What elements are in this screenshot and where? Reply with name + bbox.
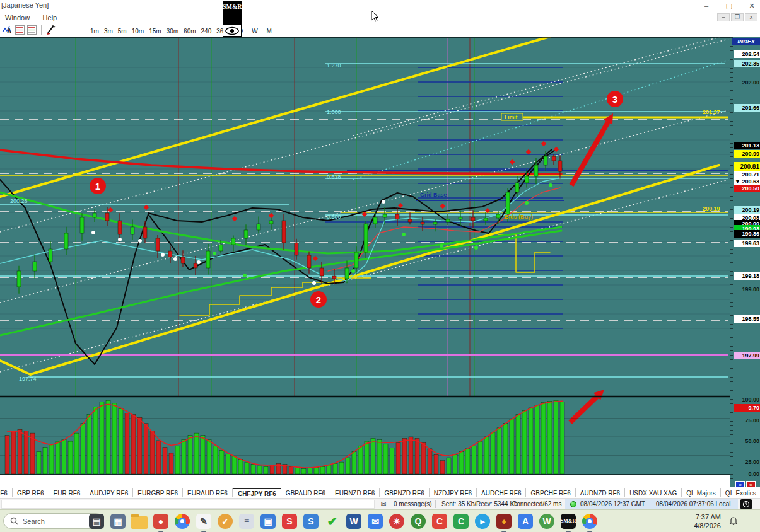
quote-list-icon[interactable] (15, 25, 25, 35)
clock-date: 4/8/2026 (694, 521, 721, 530)
tab-audchf-rf6[interactable]: AUDCHF RF6 (477, 488, 526, 497)
calculator-icon[interactable]: ▦ (107, 512, 129, 530)
tab-ql-majors[interactable]: QL-Majors (682, 488, 721, 497)
telegram-icon[interactable]: ▸ (472, 512, 493, 530)
timeframe-button-240[interactable]: 240 (199, 26, 214, 36)
child-close-icon[interactable]: x (745, 13, 757, 21)
period-button-W[interactable]: W (247, 26, 262, 36)
tab-ql-exotics[interactable]: QL-Exotics (721, 488, 760, 497)
timeframe-button-10m[interactable]: 10m (129, 26, 146, 36)
clickup-red-icon[interactable]: C (429, 512, 450, 530)
timeframe-button-3m[interactable]: 3m (102, 26, 115, 36)
tab-gbpaud-rf6[interactable]: GBPAUD RF6 (281, 488, 330, 497)
notepad-icon[interactable]: ≡ (236, 512, 257, 530)
status-connection: Connected/62 ms (512, 500, 561, 509)
draw-pen-icon[interactable] (46, 25, 57, 35)
main-chart-canvas[interactable]: 1.2701.0000.6180.500Grid BaseBids (Buy)2… (0, 37, 730, 475)
search-icon (10, 517, 18, 525)
folder-icon[interactable] (129, 512, 150, 530)
price-label: 201.66 (734, 104, 760, 112)
tab-chfjpy-rf6[interactable]: CHFJPY RF6 (233, 488, 281, 497)
timeframe-button-60m[interactable]: 60m (181, 26, 198, 36)
mail-icon[interactable]: ✉ (365, 512, 386, 530)
price-label: 199.18 (734, 272, 760, 280)
menu-window[interactable]: Window (0, 12, 35, 21)
chrome-icon[interactable] (172, 512, 193, 530)
close-icon[interactable]: ✕ (747, 2, 756, 10)
smr-icon[interactable]: SM&R (558, 512, 579, 530)
chrome-icon-2[interactable] (579, 512, 600, 530)
taskbar-clock[interactable]: 7:37 AM 4/8/2026 (694, 512, 721, 530)
price-label: 200.50 (734, 185, 760, 192)
alarm-clock-icon[interactable] (740, 499, 752, 509)
price-label: 199.63 (734, 240, 760, 247)
word-icon[interactable]: W (343, 512, 365, 530)
tab-gbp-rf6[interactable]: GBP RF6 (13, 488, 49, 497)
price-label: 200.19 (734, 206, 760, 214)
skype-icon[interactable]: S (300, 512, 322, 530)
chart-tool-icon[interactable]: ✎ (193, 512, 214, 530)
svg-text:0.500: 0.500 (327, 214, 341, 220)
svg-text:0.618: 0.618 (327, 174, 341, 180)
svg-text:197.74: 197.74 (19, 376, 37, 382)
price-label: 201.13 (734, 142, 760, 149)
tab-euraud-rf6[interactable]: EURAUD RF6 (183, 488, 233, 497)
tab-gbpchf-rf6[interactable]: GBPCHF RF6 (526, 488, 575, 497)
minimize-icon[interactable]: – (702, 2, 711, 9)
svg-text:2: 2 (316, 294, 321, 305)
eye-icon[interactable] (223, 25, 242, 37)
window-title: [Japanese Yen] (1, 1, 49, 9)
tab-eur-rf6[interactable]: EUR RF6 (49, 488, 86, 497)
green-check-icon[interactable]: ✔ (322, 512, 343, 530)
file-explorer-icon[interactable]: ▤ (86, 512, 107, 530)
smr-logo-text: SM&R (223, 1, 242, 25)
toolbar: A 1m3m5m10m15m30m60m24 (0, 23, 760, 37)
svg-text:3: 3 (612, 94, 617, 105)
status-bar: ✉ 0 message(s) Sent: 35 Kb/Recv: 5344 Kb… (0, 498, 760, 509)
tab-eurnzd-rf6[interactable]: EURNZD RF6 (330, 488, 380, 497)
tab-rf6[interactable]: RF6 (0, 488, 13, 497)
maximize-icon[interactable]: ▢ (725, 2, 734, 10)
shield-icon[interactable]: ✓ (214, 512, 236, 530)
timeframe-button-15m[interactable]: 15m (146, 26, 163, 36)
svg-text:1: 1 (95, 181, 100, 192)
photos-icon[interactable]: ▣ (257, 512, 279, 530)
instrument-tabs: RF6GBP RF6EUR RF6AUDJPY RF6EURGBP RF6EUR… (0, 487, 760, 498)
tab-usdx-xau-xag[interactable]: USDX XAU XAG (625, 488, 682, 497)
timeframe-button-5m[interactable]: 5m (115, 26, 129, 36)
connection-status-icon (570, 501, 576, 507)
chart-style-icon[interactable]: A (2, 25, 13, 35)
notification-bell-icon[interactable] (728, 516, 739, 529)
chart-area[interactable]: 1.2701.0000.6180.500Grid BaseBids (Buy)2… (0, 37, 730, 475)
quickbooks-icon[interactable]: Q (407, 512, 429, 530)
contacts-icon[interactable]: ● (150, 512, 172, 530)
signal-markers-layer (91, 141, 559, 285)
status-local-time: 08/04/2026 07:37:06 Local (656, 500, 730, 509)
price-scale[interactable]: INDEX « » 202.54202.35202.00201.66201.13… (730, 37, 760, 487)
svg-text:201.37: 201.37 (703, 109, 720, 115)
translate-icon[interactable]: A (515, 512, 536, 530)
tab-audjpy-rf6[interactable]: AUDJPY RF6 (85, 488, 133, 497)
svg-text:200.19: 200.19 (703, 205, 720, 212)
tab-nzdjpy-rf6[interactable]: NZDJPY RF6 (430, 488, 477, 497)
child-restore-icon[interactable]: ❐ (731, 13, 744, 21)
quote-list-2-icon[interactable] (27, 25, 37, 35)
webull-icon[interactable]: W (536, 512, 558, 530)
child-minimize-icon[interactable]: – (717, 13, 730, 21)
price-label: 197.99 (734, 352, 760, 359)
tab-eurgbp-rf6[interactable]: EURGBP RF6 (133, 488, 183, 497)
app-s-red-icon[interactable]: S (279, 512, 300, 530)
timeframe-button-30m[interactable]: 30m (164, 26, 181, 36)
menu-help[interactable]: Help (38, 12, 62, 21)
flame-icon[interactable]: ♦ (493, 512, 515, 530)
tab-audnzd-rf6[interactable]: AUDNZD RF6 (576, 488, 625, 497)
window-controls: – ▢ ✕ (702, 0, 756, 11)
tab-gbpnzd-rf6[interactable]: GBPNZD RF6 (380, 488, 429, 497)
pinwheel-icon[interactable]: ✳ (386, 512, 407, 530)
timeframe-button-1m[interactable]: 1m (88, 26, 102, 36)
timeframe-buttons: 1m3m5m10m15m30m60m240360 DWM (82, 25, 276, 36)
svg-text:Grid Base: Grid Base (420, 192, 447, 198)
period-button-M[interactable]: M (262, 26, 276, 36)
c-green-icon[interactable]: C (450, 512, 472, 530)
price-scale-header: INDEX (732, 38, 760, 45)
